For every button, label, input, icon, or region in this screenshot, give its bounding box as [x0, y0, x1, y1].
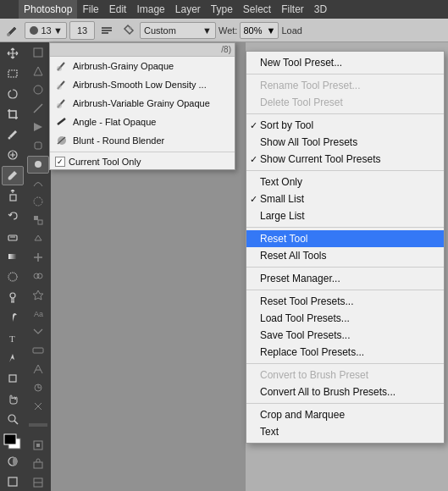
tool-col2-13[interactable] — [27, 268, 49, 285]
tool-col2-9[interactable] — [27, 193, 49, 211]
tool-move[interactable] — [2, 44, 24, 63]
wet-label: Wet: — [218, 25, 237, 36]
tool-col2-1[interactable] — [27, 44, 49, 62]
tool-col2-20[interactable] — [27, 397, 49, 415]
tool-col2-extra2[interactable] — [27, 436, 49, 454]
ctx-load-tool-presets[interactable]: Load Tool Presets... — [246, 310, 444, 327]
svg-rect-2 — [102, 27, 112, 29]
preset-item-5[interactable]: Blunt - Round Blender — [50, 131, 235, 150]
tool-col2-19[interactable] — [27, 378, 49, 396]
tool-col2-4[interactable] — [27, 100, 49, 118]
tool-col2-5[interactable] — [27, 119, 49, 136]
preset-icon-4 — [55, 115, 69, 129]
tool-healing-brush[interactable] — [2, 146, 24, 165]
current-tool-row[interactable]: ✓ Current Tool Only — [50, 154, 235, 169]
wet-value-dropdown[interactable]: 80% ▼ — [240, 22, 279, 39]
menu-filter[interactable]: Filter — [276, 0, 309, 19]
menu-type[interactable]: Type — [206, 0, 238, 19]
tool-gradient[interactable] — [2, 247, 24, 267]
tool-col2-10[interactable] — [27, 212, 49, 229]
tool-zoom[interactable] — [2, 409, 24, 428]
ctx-preset-manager[interactable]: Preset Manager... — [246, 270, 444, 287]
ctx-checkmark-smalllist: ✓ — [250, 194, 257, 205]
tool-col2-extra1[interactable] — [27, 417, 49, 435]
foreground-color[interactable] — [3, 433, 23, 450]
ctx-sep-2 — [246, 113, 444, 114]
brush-tool-icon[interactable] — [3, 21, 22, 40]
menu-file[interactable]: File — [77, 0, 103, 19]
tool-col2-8[interactable] — [27, 174, 49, 192]
menu-3d[interactable]: 3D — [309, 0, 332, 19]
tool-eyedropper[interactable] — [2, 125, 24, 145]
ctx-reset-all-tools[interactable]: Reset All Tools — [246, 247, 444, 264]
quick-mask[interactable] — [2, 451, 24, 471]
airbrush-icon[interactable] — [119, 21, 137, 40]
current-tool-checkbox[interactable]: ✓ — [55, 157, 65, 167]
tool-history-brush[interactable] — [2, 207, 24, 226]
ctx-convert-all-to-brush[interactable]: Convert All to Brush Presets... — [246, 383, 444, 400]
svg-rect-3 — [102, 30, 112, 31]
custom-preset-dropdown[interactable]: Custom ▼ — [140, 22, 216, 39]
tool-col2-extra4[interactable] — [27, 473, 49, 491]
tool-dodge[interactable] — [2, 288, 24, 307]
ctx-crop-and-marquee[interactable]: Crop and Marquee — [246, 406, 444, 423]
tool-col2-12[interactable] — [27, 249, 49, 267]
ctx-large-list[interactable]: Large List — [246, 207, 444, 224]
tool-col2-extra3[interactable] — [27, 455, 49, 472]
svg-point-0 — [7, 33, 10, 36]
tool-preset-toggle[interactable] — [97, 21, 116, 40]
tool-pen[interactable] — [2, 307, 24, 327]
menu-select[interactable]: Select — [238, 0, 276, 19]
tool-col2-3[interactable] — [27, 81, 49, 99]
tool-eraser[interactable] — [2, 227, 24, 246]
tool-blur[interactable] — [2, 268, 24, 287]
tool-col2-14[interactable] — [27, 286, 49, 304]
tool-brush[interactable] — [2, 166, 24, 185]
options-bar: 13 ▼ 13 Custom ▼ Wet: 80% ▼ Load — [0, 19, 448, 42]
ctx-sort-by-tool[interactable]: ✓ Sort by Tool — [246, 117, 444, 134]
ctx-save-tool-presets[interactable]: Save Tool Presets... — [246, 327, 444, 344]
tool-col2-18[interactable] — [27, 360, 49, 378]
ctx-new-preset[interactable]: New Tool Preset... — [246, 54, 444, 71]
ctx-rename-preset: Rename Tool Preset... — [246, 77, 444, 94]
ctx-text[interactable]: Text — [246, 423, 444, 440]
tool-col2-17[interactable] — [27, 342, 49, 360]
tool-lasso[interactable] — [2, 85, 24, 104]
ctx-small-list[interactable]: ✓ Small List — [246, 190, 444, 207]
preset-item-4[interactable]: Angle - Flat Opaque — [50, 113, 235, 131]
preset-item-1[interactable]: Airbrush-Grainy Opaque — [50, 57, 235, 75]
tool-text[interactable]: T — [2, 328, 24, 347]
tool-clone-stamp[interactable] — [2, 186, 24, 206]
ctx-show-all[interactable]: Show All Tool Presets — [246, 134, 444, 151]
tool-col2-6[interactable] — [27, 137, 49, 155]
screen-mode[interactable] — [2, 472, 24, 491]
tool-path-select[interactable] — [2, 348, 24, 367]
preset-panel-header: /8) — [50, 43, 235, 57]
tool-hand[interactable] — [2, 389, 24, 408]
menu-edit[interactable]: Edit — [104, 0, 132, 19]
preset-item-2[interactable]: Airbrush-Smooth Low Density ... — [50, 75, 235, 94]
tool-col2-2[interactable] — [27, 63, 49, 80]
ctx-replace-tool-presets[interactable]: Replace Tool Presets... — [246, 344, 444, 361]
apple-icon[interactable] — [3, 0, 19, 19]
ctx-text-only[interactable]: Text Only — [246, 174, 444, 190]
menu-photoshop[interactable]: Photoshop — [19, 0, 77, 19]
ctx-show-current[interactable]: ✓ Show Current Tool Presets — [246, 151, 444, 168]
tool-col2-16[interactable] — [27, 323, 49, 341]
tool-col2-11[interactable] — [27, 230, 49, 248]
brush-size-dropdown[interactable]: 13 ▼ — [25, 22, 67, 39]
brush-size-field[interactable]: 13 — [69, 21, 95, 40]
tool-col2-15[interactable]: Aa — [27, 305, 49, 323]
svg-point-45 — [57, 85, 62, 90]
menu-image[interactable]: Image — [131, 0, 169, 19]
tool-shape[interactable] — [2, 368, 24, 388]
tool-col2-7-active[interactable] — [27, 156, 49, 174]
ctx-reset-tool[interactable]: Reset Tool — [246, 230, 444, 247]
preset-item-3[interactable]: Airbrush-Variable Grainy Opaque — [50, 94, 235, 113]
tool-crop[interactable] — [2, 105, 24, 124]
ctx-checkmark-sort: ✓ — [250, 120, 257, 131]
menu-layer[interactable]: Layer — [170, 0, 206, 19]
menu-bar: Photoshop File Edit Image Layer Type Sel… — [0, 0, 448, 19]
ctx-reset-tool-presets[interactable]: Reset Tool Presets... — [246, 293, 444, 310]
tool-rect-select[interactable] — [2, 64, 24, 84]
